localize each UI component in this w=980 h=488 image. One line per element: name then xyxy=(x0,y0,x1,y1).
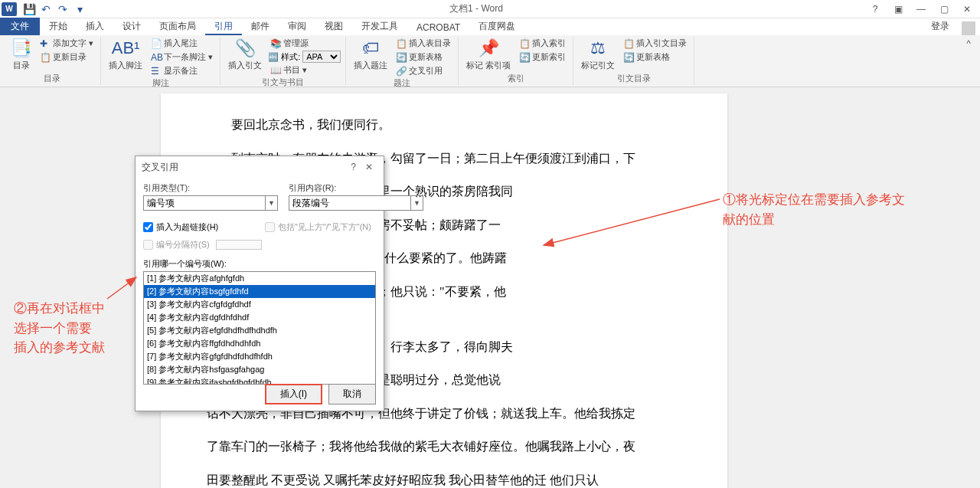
insert-caption-button[interactable]: 🏷插入题注 xyxy=(351,37,390,73)
toc-icon: 📑 xyxy=(11,38,31,58)
paragraph: 要回北京念书，我们便同行。 xyxy=(207,109,681,141)
close-button[interactable]: ✕ xyxy=(959,2,975,16)
update-index-button[interactable]: 🔄更新索引 xyxy=(517,51,568,64)
tab-acrobat[interactable]: ACROBAT xyxy=(407,20,469,35)
help-button[interactable]: ? xyxy=(867,2,884,16)
endnote-icon: 📄 xyxy=(151,38,162,49)
tab-layout[interactable]: 页面布局 xyxy=(150,18,205,35)
tab-devtools[interactable]: 开发工具 xyxy=(352,18,407,35)
tab-view[interactable]: 视图 xyxy=(315,18,352,35)
insert-citation-button[interactable]: 📎插入引文 xyxy=(225,37,265,73)
list-item[interactable]: [5] 参考文献内容efgfdhdfhdfhdhdfh xyxy=(144,324,375,337)
cancel-button[interactable]: 取消 xyxy=(328,384,376,404)
manage-icon: 📚 xyxy=(270,38,281,49)
insert-endnote-button[interactable]: 📄插入尾注 xyxy=(149,37,215,50)
mark-cite-icon: ⚖ xyxy=(590,38,606,58)
refcontent-select[interactable]: ▼ xyxy=(289,195,423,211)
insert-table-of-figures-button[interactable]: 📋插入表目录 xyxy=(394,37,453,50)
update-authorities-button[interactable]: 🔄更新表格 xyxy=(621,51,689,64)
group-label: 目录 xyxy=(44,73,60,85)
dialog-title: 交叉引用 xyxy=(142,161,178,174)
update-toc-button[interactable]: 📋更新目录 xyxy=(38,51,96,64)
caption-icon: 🏷 xyxy=(362,38,379,58)
collapse-ribbon-icon[interactable]: ^ xyxy=(960,37,977,85)
add-text-button[interactable]: ✚添加文字 ▾ xyxy=(38,37,96,50)
above-below-checkbox[interactable]: 包括"见上方"/"见下方"(N) xyxy=(265,221,376,233)
show-notes-button[interactable]: ☰显示备注 xyxy=(149,64,215,77)
tab-file[interactable]: 文件 xyxy=(0,18,40,35)
maximize-button[interactable]: ▢ xyxy=(936,2,952,16)
ribbon-group-caption: 🏷插入题注 📋插入表目录 🔄更新表格 🔗交叉引用 题注 xyxy=(346,37,459,85)
list-item[interactable]: [8] 参考文献内容hsfgasgfahgag xyxy=(144,363,375,376)
update-figures-button[interactable]: 🔄更新表格 xyxy=(394,51,453,64)
tof-icon: 📋 xyxy=(396,38,407,49)
ribbon-group-index: 📌标记 索引项 📋插入索引 🔄更新索引 索引 xyxy=(459,37,573,85)
refcontent-input[interactable] xyxy=(289,196,410,210)
update-icon: 🔄 xyxy=(623,52,634,63)
toc-button[interactable]: 📑目录 xyxy=(8,37,34,73)
reftype-input[interactable] xyxy=(144,196,265,210)
update-icon: 🔄 xyxy=(396,52,407,63)
mark-index-button[interactable]: 📌标记 索引项 xyxy=(463,37,514,73)
list-item[interactable]: [3] 参考文献内容cfgfdgfdhdf xyxy=(144,298,375,311)
style-dropdown[interactable]: APA xyxy=(302,51,341,63)
refcontent-label: 引用内容(R): xyxy=(289,182,423,194)
bib-icon: 📖 xyxy=(270,65,281,76)
paragraph: 了靠车门的一张椅子；我将他给我做的紫毛大衣铺好座位。他嘱我路上小心，夜 xyxy=(207,431,681,463)
avatar-icon[interactable] xyxy=(962,21,975,35)
index-icon: 📋 xyxy=(519,38,530,49)
tab-design[interactable]: 设计 xyxy=(113,18,150,35)
reference-list[interactable]: [1] 参考文献内容afghfgfdh[2] 参考文献内容bsgfgfdhfd[… xyxy=(143,271,376,385)
tab-references[interactable]: 引用 xyxy=(205,18,242,35)
chevron-down-icon[interactable]: ▼ xyxy=(265,196,277,210)
list-label: 引用哪一个编号项(W): xyxy=(143,258,376,270)
update-icon: 🔄 xyxy=(519,52,530,63)
undo-icon[interactable]: ↶ xyxy=(40,3,52,15)
tab-baidu[interactable]: 百度网盘 xyxy=(469,18,524,35)
list-item[interactable]: [6] 参考文献内容ffgfdhdhdhfdh xyxy=(144,337,375,350)
insert-hyperlink-checkbox[interactable]: 插入为超链接(H) xyxy=(143,221,254,233)
list-item[interactable]: [2] 参考文献内容bsgfgfdhfd xyxy=(144,285,375,298)
qat-more-icon[interactable]: ▾ xyxy=(74,3,86,15)
tab-review[interactable]: 审阅 xyxy=(279,18,315,35)
word-app-icon: W xyxy=(2,2,17,16)
citation-style-select[interactable]: 🔤样式:APA xyxy=(268,51,341,63)
ribbon-group-footnote: AB¹插入脚注 📄插入尾注 AB下一条脚注 ▾ ☰显示备注 脚注 xyxy=(101,37,220,85)
next-footnote-button[interactable]: AB下一条脚注 ▾ xyxy=(149,51,215,64)
citation-icon: 📎 xyxy=(235,38,256,58)
tab-mail[interactable]: 邮件 xyxy=(242,18,279,35)
list-item[interactable]: [7] 参考文献内容gfgfdhdfdhdfhfdh xyxy=(144,350,375,363)
separator-input xyxy=(216,240,262,250)
list-item[interactable]: [1] 参考文献内容afghfgfdh xyxy=(144,272,375,285)
tab-insert[interactable]: 插入 xyxy=(77,18,113,35)
cross-reference-dialog: 交叉引用 ? ✕ 引用类型(T): ▼ 引用内容(R): ▼ 插入为超链接( xyxy=(135,156,384,411)
annotation-2: ②再在对话框中选择一个需要插入的参考文献 xyxy=(14,299,105,358)
show-icon: ☰ xyxy=(151,66,162,77)
reftype-label: 引用类型(T): xyxy=(143,182,278,194)
minimize-button[interactable]: — xyxy=(913,2,929,16)
annotation-1: ①将光标定位在需要插入参考文献的位置 xyxy=(723,190,905,229)
login-link[interactable]: 登录 xyxy=(923,18,957,35)
mark-citation-button[interactable]: ⚖标记引文 xyxy=(578,37,618,73)
dialog-close-button[interactable]: ✕ xyxy=(361,162,377,172)
bibliography-button[interactable]: 📖书目 ▾ xyxy=(268,64,341,77)
reftype-select[interactable]: ▼ xyxy=(143,195,278,211)
mark-icon: 📌 xyxy=(479,38,499,58)
dialog-help-button[interactable]: ? xyxy=(346,162,361,172)
manage-sources-button[interactable]: 📚管理源 xyxy=(268,37,341,50)
dialog-title-bar[interactable]: 交叉引用 ? ✕ xyxy=(136,156,384,178)
insert-button[interactable]: 插入(I) xyxy=(265,384,322,404)
title-bar: W 💾 ↶ ↷ ▾ 文档1 - Word ? ▣ — ▢ ✕ xyxy=(0,0,980,18)
cross-reference-button[interactable]: 🔗交叉引用 xyxy=(394,64,453,77)
ribbon-options-button[interactable]: ▣ xyxy=(890,2,906,16)
tab-start[interactable]: 开始 xyxy=(40,18,77,35)
list-item[interactable]: [4] 参考文献内容dgfdhfdhdf xyxy=(144,311,375,324)
quick-access-toolbar: 💾 ↶ ↷ ▾ xyxy=(23,3,86,15)
insert-footnote-button[interactable]: AB¹插入脚注 xyxy=(106,37,145,73)
insert-authorities-button[interactable]: 📋插入引文目录 xyxy=(621,37,689,50)
chevron-down-icon[interactable]: ▼ xyxy=(410,196,423,210)
insert-index-button[interactable]: 📋插入索引 xyxy=(517,37,568,50)
redo-icon[interactable]: ↷ xyxy=(57,3,69,15)
save-icon[interactable]: 💾 xyxy=(23,3,35,15)
ribbon-tabs: 文件 开始 插入 设计 页面布局 引用 邮件 审阅 视图 开发工具 ACROBA… xyxy=(0,18,980,35)
